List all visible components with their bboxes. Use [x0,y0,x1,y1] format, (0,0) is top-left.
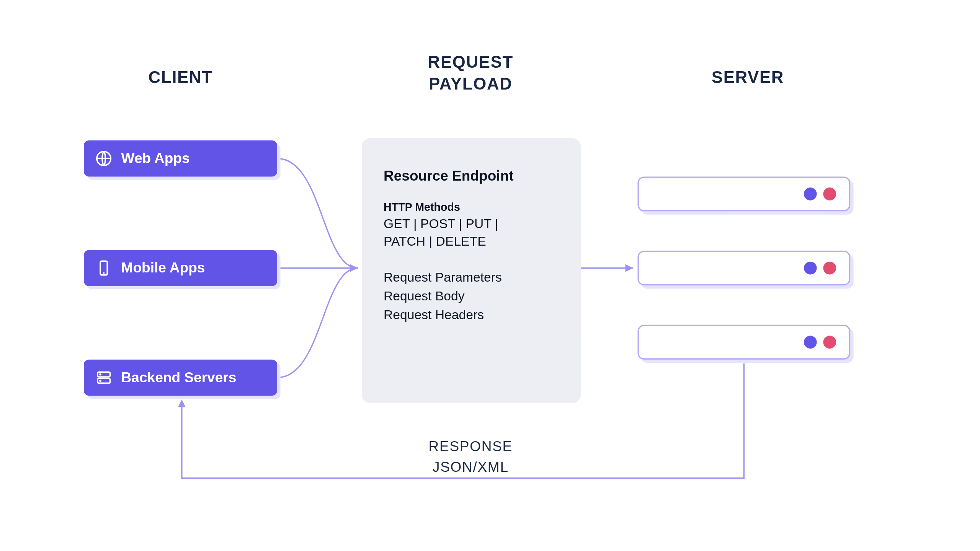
heading-server: SERVER [638,68,858,88]
request-body: Request Body [384,287,559,305]
heading-request-line2: PAYLOAD [429,74,513,93]
server-node-3 [637,325,850,360]
status-dot-blue-icon [804,262,817,275]
response-label-line2: JSON/XML [361,459,580,476]
http-methods-label: HTTP Methods [384,201,559,214]
server-icon [95,369,112,386]
client-backend-label: Backend Servers [121,369,237,386]
svg-marker-0 [350,264,358,272]
status-dot-blue-icon [804,187,817,201]
svg-marker-2 [178,399,186,407]
heading-client: CLIENT [84,68,277,88]
globe-icon [95,150,112,167]
http-methods-list: GET | POST | PUT | PATCH | DELETE [384,215,559,250]
request-extras: Request Parameters Request Body Request … [384,268,559,324]
heading-request-line1: REQUEST [428,52,513,72]
request-payload-card: Resource Endpoint HTTP Methods GET | POS… [362,138,581,403]
server-node-1 [637,176,850,211]
client-web-apps: Web Apps [84,140,277,176]
response-label-line1: RESPONSE [361,438,580,455]
heading-request: REQUEST PAYLOAD [361,52,580,95]
status-dot-red-icon [823,336,836,349]
request-headers: Request Headers [384,305,559,324]
server-node-2 [637,251,850,285]
payload-title: Resource Endpoint [384,168,559,184]
status-dot-red-icon [823,262,836,275]
svg-marker-1 [625,264,633,272]
client-mobile-apps: Mobile Apps [84,250,277,286]
svg-point-9 [100,380,101,381]
client-mobile-label: Mobile Apps [121,260,205,277]
client-backend-servers: Backend Servers [84,360,277,396]
mobile-icon [95,260,112,277]
client-web-label: Web Apps [121,150,190,167]
request-parameters: Request Parameters [384,268,559,287]
status-dot-blue-icon [804,336,817,349]
svg-point-8 [100,374,101,375]
status-dot-red-icon [823,187,836,201]
